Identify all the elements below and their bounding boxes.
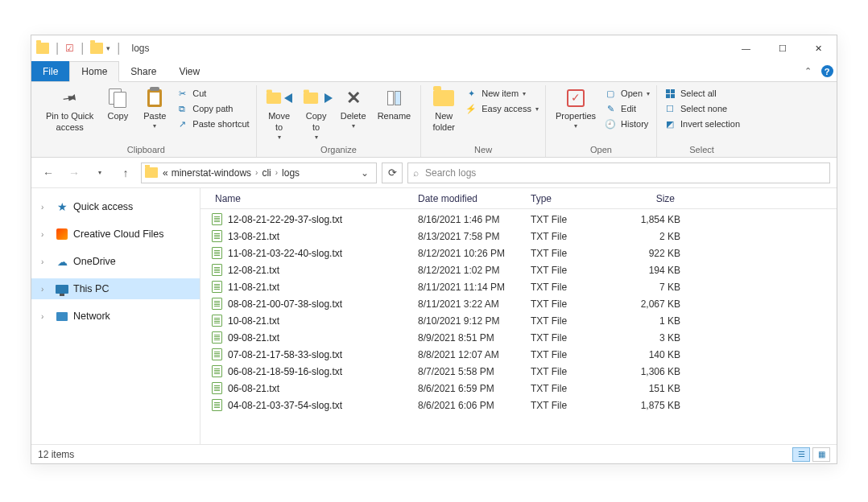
cut-button[interactable]: ✂Cut <box>176 87 249 100</box>
breadcrumb[interactable]: minerstat-windows <box>170 167 253 179</box>
file-name: 06-08-21.txt <box>228 383 413 394</box>
shortcut-icon: ↗ <box>176 117 188 130</box>
file-list[interactable]: 12-08-21-22-29-37-slog.txt8/16/2021 1:46… <box>200 209 837 444</box>
pin-to-quick-access-button[interactable]: Pin to Quick access <box>43 85 97 135</box>
paste-button[interactable]: Paste ▾ <box>138 85 171 132</box>
file-row[interactable]: 12-08-21.txt8/12/2021 1:02 PMTXT File194… <box>200 261 837 278</box>
edit-button[interactable]: ✎Edit <box>604 102 650 115</box>
select-none-button[interactable]: ☐Select none <box>663 102 740 115</box>
details-view-button[interactable]: ☰ <box>792 447 810 462</box>
explorer-window: | ☑ | ▾ | logs — ☐ ✕ File Home Share Vie… <box>31 35 837 464</box>
file-size: 140 KB <box>622 349 680 360</box>
file-row[interactable]: 09-08-21.txt8/9/2021 8:51 PMTXT File3 KB <box>200 329 837 346</box>
col-date[interactable]: Date modified <box>413 193 526 204</box>
txt-file-icon <box>210 348 223 361</box>
history-button[interactable]: 🕘History <box>604 117 650 130</box>
group-label: New <box>428 145 539 157</box>
file-row[interactable]: 06-08-21-18-59-16-slog.txt8/7/2021 5:58 … <box>200 363 837 380</box>
forward-button[interactable]: → <box>64 163 85 183</box>
file-row[interactable]: 08-08-21-00-07-38-slog.txt8/11/2021 3:22… <box>200 295 837 312</box>
maximize-button[interactable]: ☐ <box>764 36 800 60</box>
file-row[interactable]: 07-08-21-17-58-33-slog.txt8/8/2021 12:07… <box>200 346 837 363</box>
titlebar: | ☑ | ▾ | logs — ☐ ✕ <box>31 35 837 61</box>
file-row[interactable]: 04-08-21-03-37-54-slog.txt8/6/2021 6:06 … <box>200 397 837 414</box>
expand-icon[interactable]: › <box>41 257 51 266</box>
sidebar-item-quick-access[interactable]: ›★Quick access <box>31 196 200 217</box>
icons-view-button[interactable]: ▦ <box>812 447 830 462</box>
new-folder-button[interactable]: New folder <box>428 85 460 135</box>
copy-to-button[interactable]: Copy to▾ <box>300 85 333 143</box>
delete-button[interactable]: ✕ Delete▾ <box>337 85 370 132</box>
expand-icon[interactable]: › <box>41 312 51 321</box>
chevron-right-icon[interactable]: › <box>253 168 260 177</box>
file-name: 07-08-21-17-58-33-slog.txt <box>228 349 413 360</box>
tab-view[interactable]: View <box>167 61 211 81</box>
expand-icon[interactable]: › <box>41 230 51 239</box>
refresh-button[interactable]: ⟳ <box>382 163 403 183</box>
ribbon-group-new: New folder ✦New item ▾ ⚡Easy access ▾ Ne… <box>421 85 546 157</box>
tab-home[interactable]: Home <box>69 61 119 82</box>
select-all-button[interactable]: Select all <box>663 87 740 100</box>
paste-icon <box>147 89 162 107</box>
paste-shortcut-button[interactable]: ↗Paste shortcut <box>176 117 249 130</box>
properties-qat-icon[interactable]: ☑ <box>65 43 74 54</box>
col-size[interactable]: Size <box>622 193 680 204</box>
file-row[interactable]: 11-08-21-03-22-40-slog.txt8/12/2021 10:2… <box>200 245 837 261</box>
copy-button[interactable]: Copy <box>101 85 134 124</box>
easy-access-button[interactable]: ⚡Easy access ▾ <box>465 102 539 115</box>
file-row[interactable]: 12-08-21-22-29-37-slog.txt8/16/2021 1:46… <box>200 211 837 228</box>
file-row[interactable]: 13-08-21.txt8/13/2021 7:58 PMTXT File2 K… <box>200 228 837 245</box>
move-to-button[interactable]: Move to▾ <box>263 85 296 143</box>
arrow-right-icon <box>324 93 333 103</box>
open-button[interactable]: ▢Open ▾ <box>604 87 650 100</box>
file-name: 12-08-21-22-29-37-slog.txt <box>228 214 413 225</box>
col-name[interactable]: Name <box>210 193 413 204</box>
new-item-button[interactable]: ✦New item ▾ <box>465 87 539 100</box>
invert-selection-button[interactable]: ◩Invert selection <box>663 117 740 130</box>
file-type: TXT File <box>526 298 622 310</box>
rename-button[interactable]: Rename <box>374 85 415 124</box>
collapse-ribbon-icon[interactable]: ⌃ <box>798 61 817 81</box>
address-dropdown-icon[interactable]: ⌄ <box>357 167 373 179</box>
copy-label: Copy <box>107 111 128 122</box>
folder-icon[interactable] <box>90 43 103 54</box>
file-type: TXT File <box>526 282 622 293</box>
file-row[interactable]: 10-08-21.txt8/10/2021 9:12 PMTXT File1 K… <box>200 312 837 329</box>
tab-share[interactable]: Share <box>119 61 167 81</box>
sidebar-item-creative-cloud[interactable]: ›Creative Cloud Files <box>31 224 200 245</box>
expand-icon[interactable]: › <box>41 285 51 294</box>
chevron-right-icon[interactable]: › <box>273 168 280 177</box>
tab-file[interactable]: File <box>31 61 69 81</box>
separator: | <box>117 41 120 56</box>
pc-icon <box>56 282 68 295</box>
star-icon: ★ <box>56 200 68 213</box>
minimize-button[interactable]: — <box>728 36 764 60</box>
breadcrumb[interactable]: logs <box>280 167 301 179</box>
file-size: 1,854 KB <box>622 214 680 225</box>
qat-dropdown-icon[interactable]: ▾ <box>106 44 110 52</box>
expand-icon[interactable]: › <box>41 203 51 212</box>
new-item-icon: ✦ <box>465 87 477 100</box>
sidebar-item-this-pc[interactable]: ›This PC <box>31 278 200 299</box>
breadcrumb[interactable]: cli <box>260 167 272 179</box>
txt-file-icon <box>210 382 223 395</box>
file-row[interactable]: 06-08-21.txt8/6/2021 6:59 PMTXT File151 … <box>200 380 837 397</box>
file-size: 1,306 KB <box>622 366 680 377</box>
search-input[interactable]: ⌕ Search logs <box>407 163 830 183</box>
file-name: 04-08-21-03-37-54-slog.txt <box>228 400 413 411</box>
copy-path-button[interactable]: ⧉Copy path <box>176 102 249 115</box>
scissors-icon: ✂ <box>176 87 188 100</box>
file-type: TXT File <box>526 332 622 344</box>
up-button[interactable]: ↑ <box>115 163 136 183</box>
back-button[interactable]: ← <box>38 163 59 183</box>
address-bar[interactable]: « minerstat-windows › cli › logs ⌄ <box>141 163 377 183</box>
help-button[interactable]: ? <box>817 61 837 81</box>
recent-locations-button[interactable]: ▾ <box>89 163 110 183</box>
file-row[interactable]: 11-08-21.txt8/11/2021 11:14 PMTXT File7 … <box>200 278 837 295</box>
properties-button[interactable]: ✓ Properties▾ <box>552 85 599 132</box>
col-type[interactable]: Type <box>526 193 622 204</box>
close-button[interactable]: ✕ <box>800 36 837 60</box>
sidebar-item-onedrive[interactable]: ›☁OneDrive <box>31 251 200 272</box>
sidebar-item-network[interactable]: ›Network <box>31 306 200 327</box>
history-icon: 🕘 <box>604 117 617 130</box>
